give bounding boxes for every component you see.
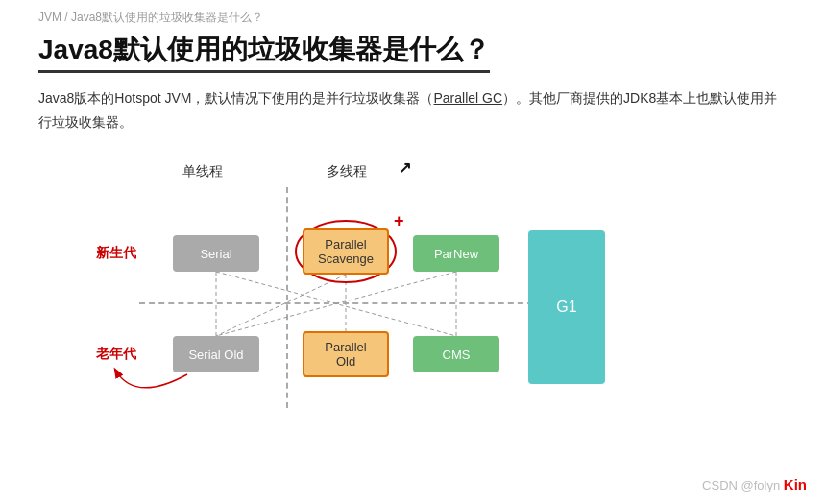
cms-box: CMS: [413, 336, 499, 372]
parallel-old-box: ParallelOld: [303, 331, 389, 377]
serial-old-box: Serial Old: [173, 336, 259, 372]
row-old-label: 老年代: [96, 346, 136, 363]
horizontal-divider: [139, 302, 533, 304]
checkmark-annotation: ↗: [399, 158, 411, 177]
svg-line-5: [216, 275, 346, 336]
content-area: Java8默认使用的垃圾收集器是什么？ Java8版本的Hotspot JVM，…: [0, 32, 826, 451]
desc-part1: Java8版本的Hotspot JVM，默认情况下使用的是并行垃圾收集器（: [38, 90, 434, 106]
plus-annotation: +: [394, 211, 404, 231]
watermark: CSDN @folyn Kin: [702, 476, 807, 492]
watermark-suffix: Kin: [784, 476, 807, 492]
breadcrumb-sep: /: [64, 11, 71, 24]
breadcrumb-jvm: JVM: [38, 11, 61, 24]
gc-diagram: 单线程 多线程 ↗ + 新生代 老年代: [38, 154, 788, 451]
breadcrumb-current: Java8默认使用的垃圾收集器是什么？: [71, 11, 263, 24]
parallel-scavenge-box: ParallelScavenge: [303, 228, 389, 275]
parnew-box: ParNew: [413, 235, 499, 272]
col-single-thread: 单线程: [182, 163, 223, 180]
vertical-divider: [286, 187, 288, 408]
serial-box: Serial: [173, 235, 259, 272]
row-young-label: 新生代: [96, 245, 136, 262]
breadcrumb: JVM / Java8默认使用的垃圾收集器是什么？: [0, 0, 826, 32]
watermark-text: CSDN @folyn: [702, 478, 780, 492]
page-title: Java8默认使用的垃圾收集器是什么？: [38, 32, 490, 73]
description: Java8版本的Hotspot JVM，默认情况下使用的是并行垃圾收集器（Par…: [38, 86, 788, 134]
g1-box: G1: [528, 230, 605, 384]
parallel-gc-link[interactable]: Parallel GC: [434, 90, 503, 106]
col-multi-thread: 多线程: [327, 163, 367, 180]
